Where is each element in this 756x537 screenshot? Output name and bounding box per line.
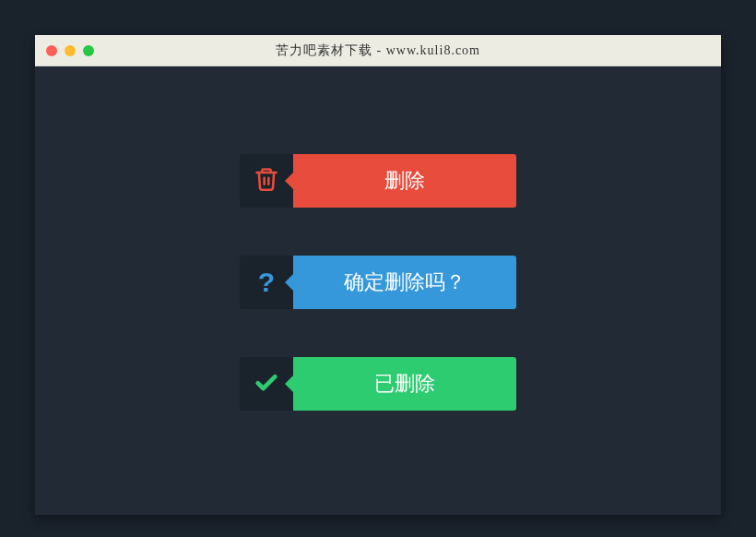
deleted-status-button[interactable]: 已删除 — [240, 357, 516, 411]
titlebar: 苦力吧素材下载 - www.kuli8.com — [35, 35, 721, 66]
deleted-status-label: 已删除 — [293, 357, 516, 411]
content-area: 删除 ? 确定删除吗？ 已删除 — [35, 66, 721, 411]
delete-button[interactable]: 删除 — [240, 154, 516, 208]
traffic-lights — [46, 45, 94, 56]
confirm-delete-button-label: 确定删除吗？ — [293, 256, 516, 309]
browser-window: 苦力吧素材下载 - www.kuli8.com 删除 ? — [35, 35, 721, 515]
confirm-delete-button[interactable]: ? 确定删除吗？ — [240, 256, 516, 309]
delete-button-label: 删除 — [293, 154, 516, 208]
minimize-button[interactable] — [65, 45, 76, 56]
close-button[interactable] — [46, 45, 57, 56]
zoom-button[interactable] — [83, 45, 94, 56]
window-title: 苦力吧素材下载 - www.kuli8.com — [35, 42, 721, 59]
